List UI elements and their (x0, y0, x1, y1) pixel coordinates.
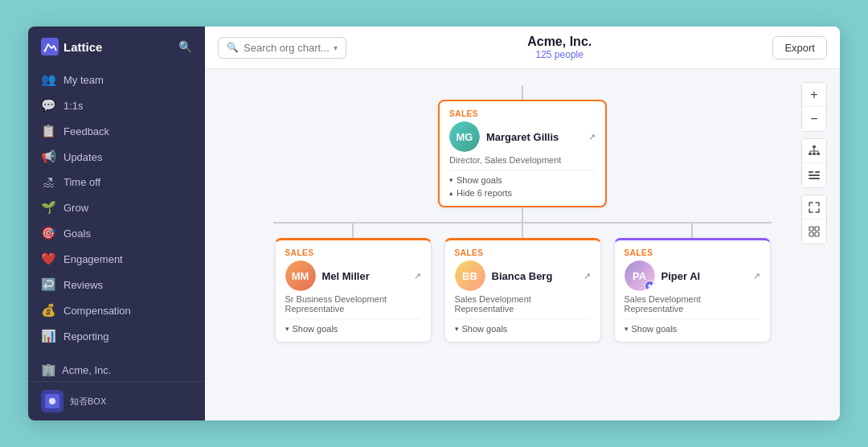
parent-role: Director, Sales Development (449, 155, 596, 165)
mid-connector (522, 207, 523, 222)
bianca-avatar-img: BB (455, 260, 485, 291)
parent-show-goals[interactable]: ▾ Show goals (449, 175, 596, 185)
chevron-up-icon: ▴ (449, 189, 453, 197)
parent-dept: SALES (449, 109, 596, 118)
svg-rect-5 (809, 153, 812, 155)
main-content: 🔍 ▾ Acme, Inc. 125 people Export + − (205, 27, 840, 420)
org-chart-layout: SALES MG Margaret Gillis ↗ Director, Sal… (221, 77, 824, 342)
footer-logo (41, 390, 63, 412)
sidebar-item-label: Compensation (63, 305, 131, 317)
sidebar-item-label: Goals (63, 228, 91, 240)
main-toolbar: 🔍 ▾ Acme, Inc. 125 people Export (205, 27, 840, 69)
sidebar-item-updates[interactable]: 📢 Updates (28, 144, 205, 170)
mel-avatar: MM (285, 260, 316, 291)
sidebar-item-reviews[interactable]: ↩️ Reviews (28, 272, 205, 297)
view-button-group (801, 138, 827, 188)
piper-badge: ★ (645, 281, 655, 291)
footer-brand: 知否BOX (70, 396, 106, 408)
chevron-down-icon: ▾ (449, 176, 453, 184)
reporting-icon: 📊 (41, 329, 55, 343)
sidebar-item-feedback[interactable]: 📋 Feedback (28, 118, 205, 144)
hide-reports-label: Hide 6 reports (457, 188, 512, 198)
svg-rect-17 (809, 227, 813, 231)
parent-card-top: MG Margaret Gillis ↗ (449, 121, 596, 152)
company-name: Acme, Inc. (527, 35, 592, 49)
people-count: 125 people (527, 49, 592, 60)
parent-name: Margaret Gillis (486, 131, 582, 143)
piper-connector (691, 224, 693, 238)
mel-dept: SALES (285, 248, 421, 257)
sidebar-item-label: Feedback (63, 125, 109, 137)
sidebar-item-reporting[interactable]: 📊 Reporting (28, 323, 205, 349)
sidebar-item-label: 1:1s (63, 100, 84, 112)
parent-card[interactable]: SALES MG Margaret Gillis ↗ Director, Sal… (438, 100, 607, 207)
mel-avatar-img: MM (285, 260, 316, 291)
svg-rect-15 (809, 174, 820, 176)
mel-card[interactable]: SALES MM Mel Miller ↗ Sr Business Develo… (275, 238, 432, 342)
bianca-show-goals[interactable]: ▾ Show goals (455, 324, 591, 334)
goals-icon: 🎯 (41, 226, 55, 240)
h-connector (273, 222, 772, 224)
child-col-bianca: SALES BB Bianca Berg ↗ Sales Development… (444, 224, 601, 342)
feedback-icon: 📋 (41, 124, 55, 138)
search-box[interactable]: 🔍 ▾ (218, 37, 346, 59)
svg-point-3 (49, 398, 55, 404)
export-button[interactable]: Export (772, 36, 827, 59)
parent-link-icon[interactable]: ↗ (588, 132, 596, 142)
svg-rect-6 (813, 153, 816, 155)
zoom-in-button[interactable]: + (802, 83, 826, 107)
sidebar-item-label: My team (63, 74, 104, 86)
sidebar-item-engagement[interactable]: ❤️ Engagement (28, 246, 205, 272)
margaret-avatar-img: MG (449, 121, 480, 152)
svg-rect-4 (813, 146, 816, 148)
bianca-goals-label: Show goals (462, 324, 508, 334)
piper-avatar-img: PA ★ (624, 260, 655, 291)
company-section[interactable]: 🏢 Acme, Inc. (41, 359, 192, 381)
piper-dept: SALES (624, 248, 760, 257)
top-connector (522, 85, 523, 100)
compensation-icon: 💰 (41, 303, 55, 318)
sidebar-item-label: Time off (63, 176, 100, 188)
piper-role: Sales Development Representative (624, 294, 760, 314)
layout-button-group (801, 195, 827, 244)
expand-button[interactable] (802, 195, 826, 219)
reviews-icon: ↩️ (41, 277, 55, 292)
sidebar-item-time-off[interactable]: 🏖 Time off (28, 170, 205, 195)
bianca-link-icon[interactable]: ↗ (583, 271, 591, 281)
updates-icon: 📢 (41, 150, 55, 164)
bianca-role: Sales Development Representative (455, 294, 591, 314)
list-view-button[interactable] (802, 163, 826, 187)
sidebar-item-label: Reviews (63, 279, 103, 291)
sidebar-item-compensation[interactable]: 💰 Compensation (28, 297, 205, 323)
zoom-out-button[interactable]: − (802, 107, 826, 131)
sidebar-header: Lattice 🔍 (28, 27, 205, 64)
search-input[interactable] (244, 42, 329, 54)
sidebar-item-label: Reporting (63, 330, 108, 342)
zoom-button-group: + − (801, 82, 827, 132)
sidebar-item-my-team[interactable]: 👥 My team (28, 67, 205, 92)
grid-view-button[interactable] (802, 219, 826, 244)
piper-link-icon[interactable]: ↗ (753, 271, 760, 281)
svg-rect-14 (815, 171, 820, 173)
mel-link-icon[interactable]: ↗ (414, 271, 421, 281)
sidebar-item-goals[interactable]: 🎯 Goals (28, 220, 205, 246)
bianca-card-top: BB Bianca Berg ↗ (455, 260, 591, 291)
bianca-card[interactable]: SALES BB Bianca Berg ↗ Sales Development… (444, 238, 601, 342)
bianca-name: Bianca Berg (492, 270, 577, 282)
piper-show-goals[interactable]: ▾ Show goals (624, 324, 760, 334)
sidebar-search-icon[interactable]: 🔍 (178, 40, 192, 53)
parent-hide-reports[interactable]: ▴ Hide 6 reports (449, 188, 596, 198)
chevron-down-icon: ▾ (455, 325, 459, 333)
bianca-dept: SALES (455, 248, 591, 257)
mel-goals-label: Show goals (293, 324, 338, 334)
search-dropdown-icon[interactable]: ▾ (334, 43, 338, 52)
piper-divider (624, 318, 760, 319)
parent-divider (449, 170, 596, 170)
svg-rect-19 (809, 232, 813, 236)
sidebar-item-1on1s[interactable]: 💬 1:1s (28, 92, 205, 118)
sidebar-item-grow[interactable]: 🌱 Grow (28, 195, 205, 220)
tree-view-button[interactable] (802, 139, 826, 163)
mel-role: Sr Business Development Representative (285, 294, 421, 314)
piper-card[interactable]: SALES PA ★ Piper Al (614, 238, 771, 342)
mel-show-goals[interactable]: ▾ Show goals (285, 324, 421, 334)
